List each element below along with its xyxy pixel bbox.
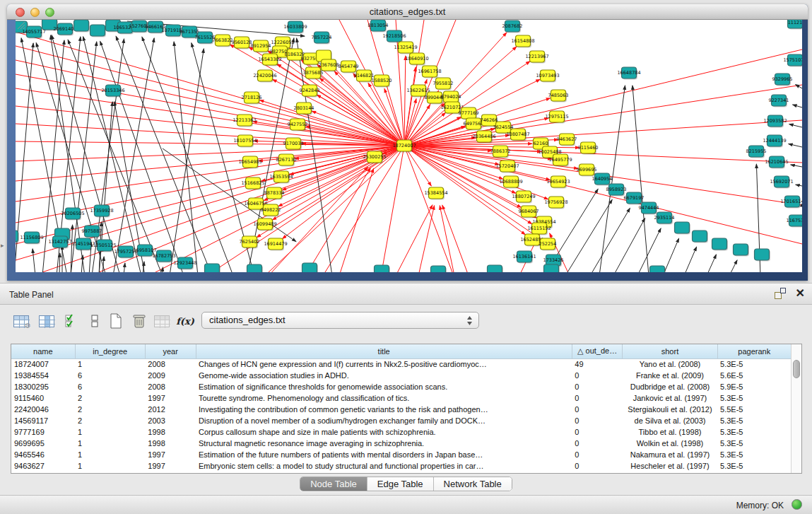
graph-node[interactable]: 11156809: [20, 232, 43, 245]
graph-node[interactable]: 2803144: [294, 103, 314, 115]
close-panel-icon[interactable]: ✕: [796, 288, 805, 299]
graph-node[interactable]: [734, 244, 750, 257]
graph-node[interactable]: 20153346: [101, 85, 124, 98]
table-settings-icon[interactable]: ⚙: [11, 311, 31, 331]
graph-node[interactable]: 9474444: [639, 202, 659, 215]
graph-node[interactable]: 9329965: [772, 74, 793, 86]
table-row[interactable]: 1456911722003Disruption of a novel membe…: [11, 415, 792, 426]
graph-node[interactable]: [375, 265, 391, 272]
table-selector-dropdown[interactable]: citations_edges.txt: [201, 312, 479, 329]
row-selection-icon[interactable]: [62, 311, 82, 331]
panel-collapse-arrow[interactable]: ▸: [1, 242, 4, 249]
graph-node[interactable]: 12923448: [173, 257, 196, 270]
graph-node[interactable]: 16961758: [418, 66, 441, 78]
table-scrollbar-thumb[interactable]: [793, 360, 800, 378]
graph-node[interactable]: 19654923: [546, 176, 570, 189]
graph-node[interactable]: 1167533: [787, 215, 802, 228]
graph-node[interactable]: 8267130: [276, 154, 297, 167]
graph-node[interactable]: 15751074: [783, 54, 802, 67]
graph-node[interactable]: 9170034: [283, 138, 304, 151]
graph-node[interactable]: 16033809: [283, 21, 307, 34]
float-panel-icon[interactable]: [775, 288, 786, 299]
graph-node[interactable]: 12213967: [525, 51, 548, 64]
column-header-year[interactable]: year: [145, 344, 196, 358]
graph-node[interactable]: 8958923: [606, 184, 627, 197]
graph-node[interactable]: 19756928: [544, 197, 567, 209]
graph-node[interactable]: 9463627: [557, 134, 577, 146]
delete-column-icon[interactable]: [129, 311, 149, 331]
graph-node[interactable]: 7886372: [490, 146, 511, 158]
graph-node[interactable]: 7625402: [240, 236, 260, 249]
graph-node[interactable]: 9560128: [232, 37, 252, 49]
graph-node[interactable]: 3875685: [303, 67, 324, 80]
graph-node[interactable]: 252254: [539, 238, 557, 251]
column-header-name[interactable]: name: [11, 344, 75, 358]
citation-network-graph[interactable]: 1405571720691406106532871527602946616110…: [16, 20, 802, 272]
graph-node[interactable]: [74, 20, 90, 33]
graph-node[interactable]: 8878334: [264, 187, 285, 200]
graph-node[interactable]: [488, 265, 504, 272]
graph-node[interactable]: 7955812: [433, 78, 454, 90]
column-header-in_degree[interactable]: in_degree: [75, 344, 145, 358]
graph-node[interactable]: 12975115: [545, 111, 568, 124]
graph-node[interactable]: 11451947: [71, 238, 95, 251]
graph-node[interactable]: 10654985: [238, 156, 261, 169]
graph-node[interactable]: 16210645: [765, 156, 788, 169]
graph-node[interactable]: [247, 264, 264, 272]
graph-node[interactable]: 19218506: [382, 30, 406, 43]
graph-node[interactable]: 8454749: [339, 61, 359, 74]
graph-node[interactable]: [431, 266, 447, 272]
column-header-short[interactable]: short: [623, 344, 717, 358]
graph-node[interactable]: 1640954: [592, 173, 613, 186]
select-columns-icon[interactable]: [37, 311, 57, 331]
graph-node[interactable]: 12213363: [233, 115, 256, 127]
close-window-button[interactable]: [16, 8, 25, 17]
graph-node[interactable]: [675, 222, 691, 235]
graph-node[interactable]: 22420046: [253, 70, 276, 83]
new-column-icon[interactable]: [106, 311, 126, 331]
graph-node[interactable]: 7663822: [213, 35, 233, 47]
graph-node[interactable]: 16648784: [617, 67, 640, 80]
graph-node[interactable]: 8912954: [251, 40, 271, 53]
graph-node[interactable]: 9498222: [261, 204, 281, 217]
graph-node[interactable]: [693, 230, 709, 243]
graph-node[interactable]: 1588520: [372, 75, 392, 88]
tab-node-table[interactable]: Node Table: [300, 477, 367, 491]
table-row[interactable]: 977716911998Corpus callosum shape and si…: [11, 426, 792, 438]
graph-node[interactable]: 17016514: [780, 196, 802, 209]
graph-node[interactable]: 9427552: [288, 119, 308, 132]
table-row[interactable]: 1938455462009Genome-wide association stu…: [11, 370, 792, 381]
graph-node[interactable]: [302, 263, 319, 272]
table-row[interactable]: 1872400712008Changes of HCN gene express…: [11, 358, 792, 370]
graph-node[interactable]: 2087682: [502, 21, 523, 33]
graph-node[interactable]: 9242843: [300, 85, 320, 98]
minimize-window-button[interactable]: [30, 8, 40, 17]
tab-edge-table[interactable]: Edge Table: [367, 477, 434, 491]
graph-node[interactable]: 16136141: [512, 251, 536, 264]
graph-node[interactable]: [16, 230, 19, 243]
column-header-title[interactable]: title: [196, 344, 572, 358]
table-row[interactable]: 946362711997Embryonic stem cells: a mode…: [11, 460, 792, 472]
graph-node[interactable]: [650, 266, 666, 272]
graph-node[interactable]: 6679197: [624, 192, 645, 205]
network-canvas[interactable]: 1405571720691406106532871527602946616110…: [16, 20, 802, 272]
graph-node[interactable]: 15384554: [424, 187, 447, 200]
graph-node[interactable]: 2935114: [654, 212, 675, 225]
column-header-out_de[interactable]: △ out_de…: [572, 344, 623, 358]
tab-network-table[interactable]: Network Table: [434, 477, 512, 491]
graph-node[interactable]: 8813054: [368, 20, 389, 33]
zoom-window-button[interactable]: [45, 8, 54, 17]
graph-node[interactable]: 9684067: [519, 206, 539, 218]
graph-node[interactable]: 10688809: [499, 176, 522, 189]
table-scrollbar[interactable]: [791, 344, 801, 473]
table-row[interactable]: 2242004622012Investigating the contribut…: [11, 404, 792, 415]
table-row[interactable]: 911546021997Tourette syndrome. Phenomeno…: [11, 392, 792, 404]
graph-node[interactable]: 7485063: [548, 90, 569, 103]
graph-node[interactable]: [712, 238, 729, 251]
graph-node[interactable]: 9227341: [769, 95, 789, 107]
graph-node[interactable]: 11121: [788, 20, 803, 30]
network-window-titlebar[interactable]: citations_edges.txt: [7, 4, 808, 20]
graph-node[interactable]: 12093582: [763, 115, 787, 128]
graph-node[interactable]: 8215955: [746, 146, 767, 158]
graph-node[interactable]: 10973493: [536, 70, 559, 83]
